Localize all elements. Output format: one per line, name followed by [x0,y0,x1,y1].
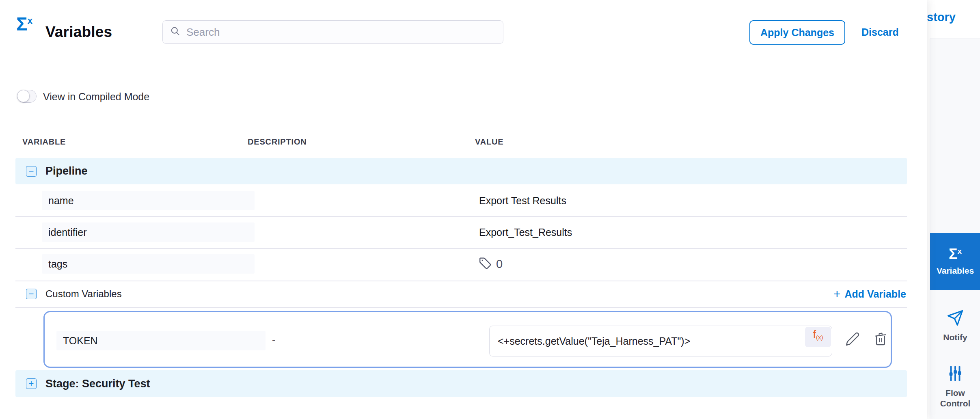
search-input[interactable] [186,26,496,39]
add-variable-button[interactable]: + Add Variable [833,281,906,307]
rail-tab-flow-control[interactable]: Flow Control [930,356,980,417]
history-link-clipped[interactable]: story [927,11,956,24]
delete-variable-button[interactable] [874,312,887,367]
rail-tab-notify[interactable]: Notify [930,301,980,352]
compiled-mode-toggle[interactable] [17,90,37,103]
expression-fx-badge[interactable]: f (x) [805,327,831,347]
search-box[interactable] [162,20,503,44]
variable-description: - [272,312,275,367]
apply-changes-button[interactable]: Apply Changes [749,20,845,45]
paper-plane-icon [947,309,964,328]
section-pipeline-label: Pipeline [45,165,88,177]
sigma-icon: Σx [949,247,962,261]
rail-tab-notify-label: Notify [943,332,967,343]
trash-icon [874,332,887,347]
tags-count: 0 [496,257,503,271]
discard-button[interactable]: Discard [861,26,899,38]
plus-icon: + [833,288,841,300]
tags-value: 0 [478,256,503,272]
drawer-header: Σx Variables Apply Changes Discard [0,0,927,66]
variables-sigma-icon: Σx [16,15,32,33]
variables-drawer: Σx Variables Apply Changes Discard View … [0,0,927,419]
variable-value: Export Test Results [479,195,566,207]
row-divider [15,248,907,249]
column-header-variable: VARIABLE [22,137,66,147]
rail-tab-flow-control-label: Flow Control [937,388,974,409]
variable-value-input-wrapper: f (x) [489,326,832,356]
expand-icon[interactable]: + [26,378,37,389]
page-title: Variables [45,24,112,41]
variable-name-field: TOKEN [56,331,266,350]
variable-value: Export_Test_Results [479,227,572,238]
section-stage[interactable]: + Stage: Security Test [15,370,907,397]
variable-name-field: identifier [42,222,255,242]
section-custom-variables[interactable]: − Custom Variables + Add Variable [15,281,907,307]
collapse-icon[interactable]: − [26,166,37,177]
custom-variable-row: TOKEN - f (x) [43,311,892,368]
rail-tab-variables-label: Variables [937,266,974,276]
section-stage-label: Stage: Security Test [45,378,150,390]
variable-name-field: name [42,191,255,210]
collapse-icon[interactable]: − [26,289,37,299]
row-divider [15,216,907,217]
rail-tab-variables[interactable]: Σx Variables [930,233,980,290]
search-icon [170,26,181,38]
tag-icon [478,256,492,272]
column-header-description: DESCRIPTION [248,137,307,147]
sliders-icon [947,365,964,384]
toggle-knob [17,90,30,102]
row-divider [15,307,907,308]
section-pipeline[interactable]: − Pipeline [15,158,907,184]
pencil-icon [845,332,860,348]
variable-value-input[interactable] [490,326,832,356]
column-header-value: VALUE [475,137,503,147]
section-custom-variables-label: Custom Variables [45,288,122,300]
right-rail: Σx Variables Notify [930,39,980,419]
edit-variable-button[interactable] [845,312,860,367]
compiled-mode-label: View in Compiled Mode [43,91,149,103]
variable-name-field: tags [42,254,255,274]
